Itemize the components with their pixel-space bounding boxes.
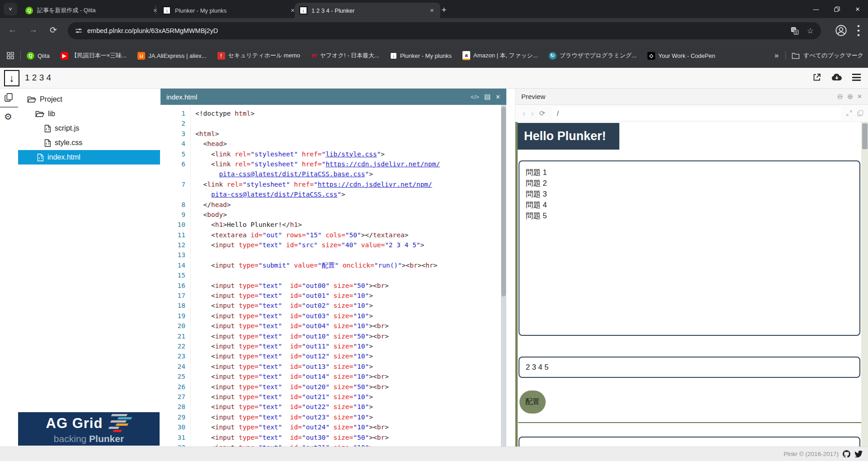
- code-line[interactable]: 3<html>: [160, 129, 501, 139]
- code-line[interactable]: 2: [160, 118, 501, 128]
- code-line[interactable]: 8 </head>: [160, 200, 501, 210]
- reload-button[interactable]: ⟳: [50, 25, 57, 35]
- code-line[interactable]: 32 <input type="text" id="out31" size="1…: [160, 442, 501, 447]
- code-line[interactable]: 25 <input type="text" id="out14" size="1…: [160, 372, 501, 381]
- tree-item-lib[interactable]: lib: [18, 107, 160, 121]
- tree-item-stylecss[interactable]: style.css: [18, 136, 160, 150]
- preview-forward-button[interactable]: ›: [531, 108, 533, 118]
- preview-scrollbar-thumb[interactable]: [862, 123, 868, 149]
- window-minimize-button[interactable]: —: [806, 0, 826, 18]
- docs-book-icon[interactable]: ▤: [484, 93, 491, 101]
- profile-avatar[interactable]: [835, 24, 847, 38]
- site-info-icon[interactable]: [75, 27, 82, 34]
- editor-scrollbar-thumb[interactable]: [501, 107, 506, 296]
- expand-icon[interactable]: [846, 110, 853, 117]
- address-bar[interactable]: embed.plnkr.co/plunk/63xA5RMgMWMBj2yD G …: [68, 22, 821, 39]
- preview-back-button[interactable]: ‹: [523, 108, 525, 118]
- preview-textarea[interactable]: 問題 1 問題 2 問題 3 問題 4 問題 5: [519, 160, 860, 336]
- code-line[interactable]: 26 <input type="text" id="out20" size="5…: [160, 382, 501, 392]
- bookmark-item[interactable]: QQiita: [27, 52, 50, 60]
- open-external-icon[interactable]: [812, 73, 821, 82]
- tab-plunker-plunks[interactable]: ↓ Plunker - My plunks ✕: [158, 3, 301, 18]
- code-view-icon[interactable]: </>: [471, 94, 479, 100]
- preview-refresh-button[interactable]: ⟳: [539, 109, 545, 118]
- all-bookmarks-button[interactable]: すべてのブックマーク: [803, 52, 863, 60]
- bookmarks-overflow-button[interactable]: »: [774, 52, 778, 60]
- tree-item-scriptjs[interactable]: script.js: [18, 121, 160, 136]
- editor-scrollbar[interactable]: [501, 105, 506, 447]
- back-button[interactable]: ←: [8, 25, 17, 35]
- bookmark-item[interactable]: Y!ヤフオク! - 日本最大...: [311, 52, 379, 60]
- preview-scrollbar[interactable]: [861, 122, 868, 447]
- code-line[interactable]: 15: [160, 270, 501, 280]
- bookmark-item[interactable]: ↻ブラウザでプログラミング...: [549, 52, 637, 60]
- bookmark-item[interactable]: ◇Your Work - CodePen: [647, 52, 715, 60]
- code-line[interactable]: 29 <input type="text" id="out23" size="1…: [160, 412, 501, 422]
- preview-text-input-partial[interactable]: [519, 437, 860, 447]
- menu-icon[interactable]: [852, 74, 861, 81]
- code-line[interactable]: 31 <input type="text" id="out30" size="5…: [160, 433, 501, 442]
- code-line[interactable]: 28 <input type="text" id="out22" size="1…: [160, 402, 501, 412]
- tab-1234-plunker[interactable]: ↓ 1 2 3 4 - Plunker ✕: [295, 3, 440, 18]
- close-editor-icon[interactable]: ✕: [495, 94, 500, 100]
- code-line[interactable]: 4 <head>: [160, 139, 501, 149]
- tab-qiita[interactable]: Q 記事を新規作成 - Qiita ✕: [21, 3, 164, 18]
- code-line[interactable]: pita-css@latest/dist/PitaCSS.base.css">: [160, 169, 501, 179]
- bookmark-star-icon[interactable]: ☆: [807, 26, 814, 36]
- cloud-download-icon[interactable]: [831, 73, 842, 81]
- bookmark-item[interactable]: ▶【民謡日本一×三味...: [61, 52, 127, 60]
- code-line[interactable]: 21 <input type="text" id="out10" size="5…: [160, 331, 501, 341]
- code-line[interactable]: 20 <input type="text" id="out04" size="1…: [160, 321, 501, 331]
- code-line[interactable]: 12 <input type="text" id="src" size="40"…: [160, 240, 501, 250]
- forward-button[interactable]: →: [29, 25, 38, 35]
- code-line[interactable]: 9 <body>: [160, 210, 501, 220]
- preview-submit-button[interactable]: 配置: [519, 390, 546, 414]
- code-line[interactable]: 14 <input type="submit" value="配置" oncli…: [160, 260, 501, 270]
- code-line[interactable]: 23 <input type="text" id="out12" size="1…: [160, 351, 501, 361]
- plunker-logo[interactable]: ↓: [4, 70, 19, 86]
- zoom-out-icon[interactable]: ⊖: [837, 92, 843, 101]
- tree-item-indexhtml-selected[interactable]: index.html: [18, 150, 160, 165]
- tab-search-button[interactable]: ˅: [4, 3, 17, 15]
- code-line[interactable]: 16 <input type="text" id="out00" size="5…: [160, 281, 501, 291]
- code-line[interactable]: pita-css@latest/dist/PitaCSS.css">: [160, 189, 501, 199]
- code-line[interactable]: 24 <input type="text" id="out13" size="1…: [160, 362, 501, 372]
- tab-close-icon[interactable]: ✕: [428, 7, 436, 14]
- apps-grid-icon[interactable]: [6, 52, 14, 60]
- window-restore-button[interactable]: [826, 0, 847, 18]
- copy-icon[interactable]: [857, 110, 863, 117]
- code-line[interactable]: 19 <input type="text" id="out03" size="1…: [160, 311, 501, 321]
- code-line[interactable]: 1<!doctype html>: [160, 108, 501, 118]
- preview-text-input[interactable]: 2 3 4 5: [519, 357, 860, 378]
- tree-item-project[interactable]: Project: [18, 92, 160, 107]
- code-line[interactable]: 30 <input type="text" id="out24" size="1…: [160, 422, 501, 432]
- bookmark-item[interactable]: ⊔JA.AliExpress | aliex...: [137, 52, 206, 60]
- code-line[interactable]: 17 <input type="text" id="out01" size="1…: [160, 291, 501, 301]
- bookmark-item[interactable]: !セキュリティホール memo: [217, 52, 300, 60]
- files-panel-icon[interactable]: [4, 93, 14, 104]
- code-line[interactable]: 18 <input type="text" id="out02" size="1…: [160, 301, 501, 310]
- code-line[interactable]: 27 <input type="text" id="out21" size="1…: [160, 392, 501, 402]
- code-line[interactable]: 22 <input type="text" id="out11" size="1…: [160, 341, 501, 351]
- window-close-button[interactable]: ✕: [847, 0, 868, 18]
- code-line[interactable]: 7 <link rel="stylesheet" href="https://c…: [160, 179, 501, 189]
- browser-menu-button[interactable]: •••: [857, 24, 860, 38]
- settings-gear-icon[interactable]: ⚙: [4, 111, 12, 122]
- code-line[interactable]: 5 <link rel="stylesheet" href="lib/style…: [160, 149, 501, 159]
- close-preview-icon[interactable]: ✕: [857, 93, 862, 100]
- qiita-favicon: Q: [25, 7, 33, 14]
- bookmark-item[interactable]: aAmazon | 本, ファッシ...: [462, 51, 538, 60]
- code-line[interactable]: 10 <h1>Hello Plunker!</h1>: [160, 220, 501, 230]
- github-icon[interactable]: [843, 450, 850, 458]
- code-lines[interactable]: 1<!doctype html>23<html>4 <head>5 <link …: [160, 105, 501, 447]
- twitter-icon[interactable]: [854, 451, 863, 457]
- code-line[interactable]: 13: [160, 250, 501, 260]
- bookmark-item[interactable]: ↓Plunker - My plunks: [390, 52, 452, 59]
- zoom-in-icon[interactable]: ⊕: [847, 92, 853, 101]
- new-tab-button[interactable]: +: [438, 4, 450, 16]
- translate-icon[interactable]: G 文: [791, 27, 799, 35]
- code-line[interactable]: 6 <link rel="stylesheet" href="https://c…: [160, 159, 501, 169]
- code-line[interactable]: 11 <textarea id="out" rows="15" cols="50…: [160, 230, 501, 240]
- ag-grid-ad[interactable]: AG Grid backing Plunker: [18, 412, 160, 446]
- preview-url-field[interactable]: /: [552, 107, 841, 120]
